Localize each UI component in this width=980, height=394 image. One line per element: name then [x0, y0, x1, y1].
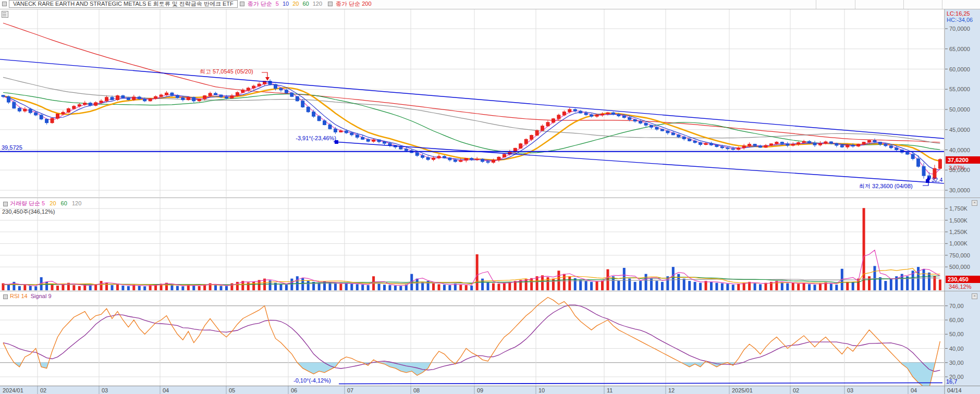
volume-tick-label: 750,000 [949, 252, 970, 258]
rsi-legend-label: RSI 14 [10, 293, 28, 299]
volume-ma-period-20[interactable]: 20 [48, 200, 56, 206]
month-label: 09 [477, 387, 483, 393]
month-label: 03 [102, 387, 108, 393]
signal-legend-label: Signal 9 [31, 293, 52, 299]
high-annotation: 최고 57,0545 (05/20) [200, 68, 253, 76]
lc-hc-box: LC:16,25 HC:-34,06 [947, 10, 973, 23]
month-label: 11 [607, 387, 612, 393]
volume-ma-period-120[interactable]: 120 [70, 200, 81, 206]
trendline-angle-annotation: -3,91°(-23,46%) [263, 135, 336, 141]
support-price-annotation: 39,5725 [2, 144, 22, 151]
volume-legend-label: 거래량 [10, 200, 27, 206]
month-label: 2025/01 [732, 387, 753, 393]
rsi-tick-label: 20,00 [949, 374, 964, 380]
price-tick-label: 45,0000 [949, 127, 970, 133]
collapse-rsi-pane-icon[interactable]: × [972, 293, 977, 299]
volume-tick-label: 1,250K [949, 229, 967, 235]
month-label: 04 [163, 387, 169, 393]
volume-tick-label: 1,500K [949, 217, 967, 224]
low-annotation: 최저 32,3600 (04/08) [859, 182, 913, 190]
volume-tick-label: 1,000K [949, 240, 967, 247]
month-label: 02 [793, 387, 799, 393]
month-label: 06 [291, 387, 297, 393]
collapse-volume-pane-icon[interactable]: × [972, 200, 977, 206]
month-label: 12 [668, 387, 675, 393]
price-tick-label: 70,0000 [949, 26, 970, 32]
current-price-label: 37,6200 [946, 156, 980, 164]
low-marker-label: 32,4 [932, 177, 942, 183]
volume-tick-label: 1,750K [949, 205, 967, 212]
chart-menu-icon[interactable] [2, 11, 8, 18]
lc-value: LC:16,25 [947, 10, 973, 17]
price-tick-label: 55,0000 [949, 86, 970, 92]
rsi-tick-label: 40,00 [949, 346, 964, 352]
corner-date-label: 04/14 [947, 387, 962, 393]
month-label: 04 [911, 387, 917, 393]
price-tick-label: 50,0000 [949, 106, 970, 113]
price-tick-label: 60,0000 [949, 66, 970, 72]
rsi-tick-label: 60,00 [949, 317, 964, 323]
volume-ma-period-60[interactable]: 60 [59, 200, 67, 206]
chart-window: VANECK RARE EARTH AND STRATEGIC METALS E… [0, 0, 980, 394]
month-label: 08 [413, 387, 420, 393]
volume-ma-period-5[interactable]: 5 [40, 200, 45, 206]
price-tick-label: 35,0000 [949, 167, 970, 173]
hc-value: HC:-34,06 [947, 17, 973, 23]
month-label: 10 [538, 387, 545, 393]
rsi-tick-label: 70,00 [949, 303, 964, 309]
rsi-tick-label: 50,00 [949, 331, 964, 337]
rsi-tick-label: 30,00 [949, 360, 964, 366]
volume-legend-bullet-icon[interactable] [3, 202, 8, 206]
month-label: 2024/01 [3, 387, 23, 393]
price-tick-label: 40,0000 [949, 147, 970, 153]
rsi-trendline-annotation: -0,10°(-4,12%) [293, 377, 331, 384]
volume-legend-type: 단순 [29, 200, 40, 206]
rsi-legend[interactable]: RSI 14 Signal 9 [1, 293, 52, 299]
month-label: 02 [40, 387, 46, 393]
month-label: 03 [847, 387, 853, 393]
price-tick-label: 65,0000 [949, 46, 970, 52]
current-volume-label: 230,450 [946, 276, 980, 283]
volume-tick-label: 500,000 [949, 264, 970, 270]
volume-stat-line: 230,450주(346,12%) [2, 208, 55, 216]
volume-change-percent: 346,12% [949, 284, 971, 290]
rsi-legend-bullet-icon[interactable] [3, 294, 8, 299]
month-label: 07 [347, 387, 353, 393]
chart-canvas[interactable] [0, 0, 980, 394]
month-label: 05 [229, 387, 235, 393]
price-tick-label: 30,0000 [949, 187, 970, 193]
volume-legend[interactable]: 거래량 단순 5 20 60 120 [1, 200, 84, 207]
